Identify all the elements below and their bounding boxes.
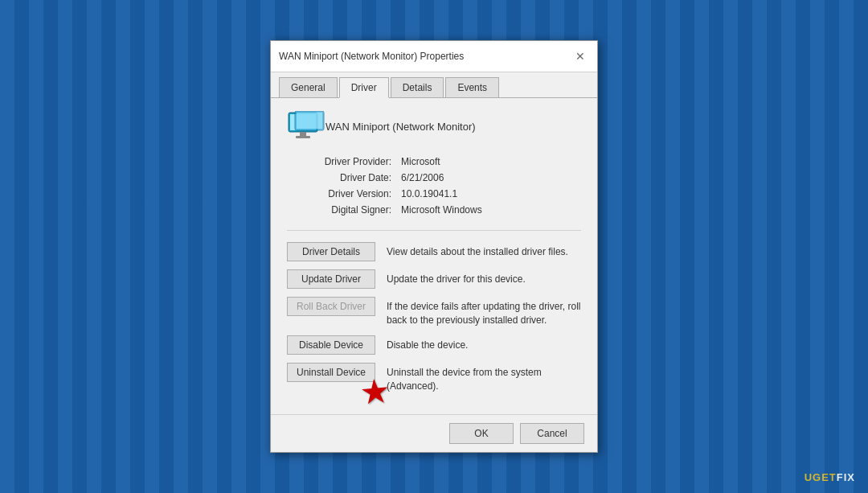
svg-rect-5 (297, 113, 322, 129)
close-button[interactable]: ✕ (571, 47, 589, 65)
dialog-footer: OK Cancel (271, 414, 597, 452)
tab-bar: General Driver Details Events (271, 72, 597, 98)
device-icon (287, 111, 326, 142)
ok-button[interactable]: OK (449, 423, 514, 444)
tab-events[interactable]: Events (445, 77, 499, 97)
date-value: 6/21/2006 (401, 172, 581, 183)
update-driver-button[interactable]: Update Driver (287, 269, 375, 289)
tab-driver[interactable]: Driver (339, 77, 389, 98)
dialog-content: WAN Miniport (Network Monitor) Driver Pr… (271, 98, 597, 413)
watermark-prefix: UGET (805, 471, 837, 483)
driver-info-grid: Driver Provider: Microsoft Driver Date: … (287, 156, 581, 216)
disable-device-desc: Disable the device. (387, 335, 468, 352)
action-row-uninstall-device: Uninstall Device Uninstall the device fr… (287, 363, 581, 393)
action-row-update-driver: Update Driver Update the driver for this… (287, 269, 581, 289)
signer-label: Digital Signer: (290, 204, 395, 216)
svg-rect-2 (300, 132, 306, 136)
svg-rect-3 (296, 136, 310, 138)
disable-device-button[interactable]: Disable Device (287, 335, 375, 355)
update-driver-desc: Update the driver for this device. (387, 269, 526, 286)
action-row-rollback-driver: Roll Back Driver If the device fails aft… (287, 297, 581, 327)
tab-details[interactable]: Details (391, 77, 444, 97)
dialog-wrapper: WAN Miniport (Network Monitor) Propertie… (270, 40, 598, 452)
date-label: Driver Date: (290, 172, 395, 183)
title-bar: WAN Miniport (Network Monitor) Propertie… (271, 41, 597, 72)
tab-general[interactable]: General (279, 77, 338, 97)
uninstall-device-button[interactable]: Uninstall Device (287, 363, 375, 382)
content-divider (287, 230, 581, 231)
version-label: Driver Version: (290, 188, 395, 199)
watermark: UGETFIX (805, 471, 855, 483)
provider-label: Driver Provider: (290, 156, 395, 167)
watermark-suffix: FIX (837, 471, 855, 483)
driver-details-button[interactable]: Driver Details (287, 242, 375, 261)
version-value: 10.0.19041.1 (401, 188, 581, 199)
provider-value: Microsoft (401, 156, 581, 167)
signer-value: Microsoft Windows (401, 204, 581, 216)
driver-details-desc: View details about the installed driver … (387, 242, 568, 259)
rollback-driver-button[interactable]: Roll Back Driver (287, 297, 375, 316)
dialog-title: WAN Miniport (Network Monitor) Propertie… (279, 51, 464, 62)
action-row-disable-device: Disable Device Disable the device. (287, 335, 581, 355)
device-header: WAN Miniport (Network Monitor) (287, 111, 581, 142)
cancel-button[interactable]: Cancel (520, 423, 584, 444)
device-name-label: WAN Miniport (Network Monitor) (326, 121, 476, 133)
action-row-driver-details: Driver Details View details about the in… (287, 242, 581, 261)
rollback-driver-desc: If the device fails after updating the d… (387, 297, 581, 327)
uninstall-device-desc: Uninstall the device from the system (Ad… (387, 363, 581, 393)
properties-dialog: WAN Miniport (Network Monitor) Propertie… (270, 40, 598, 452)
